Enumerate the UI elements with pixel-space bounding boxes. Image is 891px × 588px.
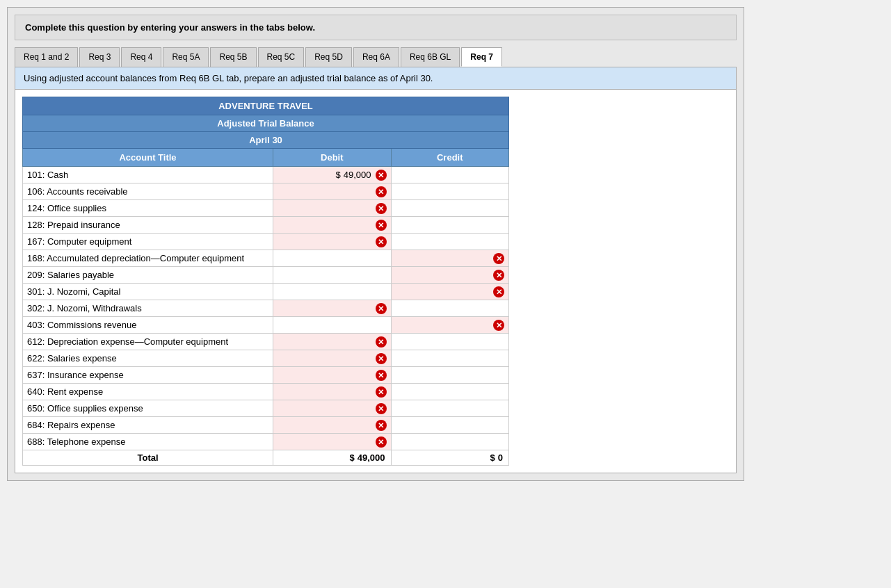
credit-cell[interactable]: ✕ <box>391 317 508 334</box>
debit-cell[interactable] <box>273 267 391 284</box>
debit-error-icon[interactable]: ✕ <box>376 370 387 381</box>
tab-req-3[interactable]: Req 3 <box>79 47 120 67</box>
total-credit-cell: $ 0 <box>391 450 508 466</box>
credit-cell[interactable] <box>391 234 508 250</box>
credit-cell[interactable]: ✕ <box>391 284 508 300</box>
tab-req-1-and-2[interactable]: Req 1 and 2 <box>15 47 78 67</box>
debit-error-icon[interactable]: ✕ <box>376 420 387 431</box>
table-row: 106: Accounts receivable✕ <box>23 183 509 200</box>
debit-cell[interactable]: ✕ <box>273 334 391 350</box>
tab-req-5a[interactable]: Req 5A <box>163 47 209 67</box>
content-area: Using adjusted account balances from Req… <box>15 67 737 473</box>
blue-instruction-text: Using adjusted account balances from Req… <box>24 73 433 83</box>
debit-error-icon[interactable]: ✕ <box>376 403 387 414</box>
debit-cell[interactable]: ✕ <box>273 217 391 234</box>
debit-error-icon[interactable]: ✕ <box>376 336 387 348</box>
credit-cell[interactable] <box>391 417 508 434</box>
debit-cell[interactable] <box>273 284 391 300</box>
table-row: 403: Commissions revenue✕ <box>23 317 509 334</box>
table-row: 101: Cash$49,000✕ <box>23 167 509 183</box>
table-row: 622: Salaries expense✕ <box>23 350 509 367</box>
credit-cell[interactable] <box>391 434 508 450</box>
debit-error-icon[interactable]: ✕ <box>376 186 387 197</box>
credit-error-icon[interactable]: ✕ <box>493 320 504 331</box>
debit-cell[interactable]: ✕ <box>273 434 391 450</box>
date-row: April 30 <box>23 132 509 149</box>
credit-cell[interactable] <box>391 350 508 367</box>
table-row: 650: Office supplies expense✕ <box>23 400 509 417</box>
debit-cell[interactable]: ✕ <box>273 367 391 384</box>
column-headers-row: Account Title Debit Credit <box>23 149 509 167</box>
credit-cell[interactable] <box>391 384 508 400</box>
debit-cell[interactable]: ✕ <box>273 417 391 434</box>
credit-cell[interactable] <box>391 400 508 417</box>
account-cell: 622: Salaries expense <box>23 350 273 367</box>
trial-balance-table: ADVENTURE TRAVEL Adjusted Trial Balance … <box>22 97 509 466</box>
tab-req-5b[interactable]: Req 5B <box>210 47 256 67</box>
tab-req-5c[interactable]: Req 5C <box>258 47 305 67</box>
subtitle-row: Adjusted Trial Balance <box>23 115 509 132</box>
credit-cell[interactable] <box>391 200 508 217</box>
table-wrapper: ADVENTURE TRAVEL Adjusted Trial Balance … <box>15 90 736 473</box>
table-body: 101: Cash$49,000✕106: Accounts receivabl… <box>23 167 509 466</box>
debit-error-icon[interactable]: ✕ <box>376 170 387 181</box>
account-cell: 688: Telephone expense <box>23 434 273 450</box>
table-row: 124: Office supplies✕ <box>23 200 509 217</box>
debit-cell[interactable]: ✕ <box>273 350 391 367</box>
table-subtitle: Adjusted Trial Balance <box>217 118 314 129</box>
total-debit-cell: $49,000 <box>273 450 391 466</box>
tab-req-4[interactable]: Req 4 <box>121 47 161 67</box>
account-cell: 301: J. Nozomi, Capital <box>23 284 273 300</box>
table-row: 612: Depreciation expense—Computer equip… <box>23 334 509 350</box>
account-cell: 637: Insurance expense <box>23 367 273 384</box>
tab-req-5d[interactable]: Req 5D <box>305 47 352 67</box>
outer-container: Complete this question by entering your … <box>7 7 744 481</box>
table-row: 640: Rent expense✕ <box>23 384 509 400</box>
credit-cell[interactable] <box>391 334 508 350</box>
table-row: 637: Insurance expense✕ <box>23 367 509 384</box>
credit-cell[interactable]: ✕ <box>391 250 508 267</box>
credit-error-icon[interactable]: ✕ <box>493 253 504 264</box>
table-row: 688: Telephone expense✕ <box>23 434 509 450</box>
credit-error-icon[interactable]: ✕ <box>493 286 504 297</box>
credit-cell[interactable] <box>391 300 508 317</box>
credit-cell[interactable] <box>391 217 508 234</box>
table-row: 128: Prepaid insurance✕ <box>23 217 509 234</box>
debit-cell[interactable]: ✕ <box>273 234 391 250</box>
credit-cell[interactable] <box>391 183 508 200</box>
company-header-row: ADVENTURE TRAVEL <box>23 97 509 115</box>
debit-cell[interactable]: $49,000✕ <box>273 167 391 183</box>
account-cell: 684: Repairs expense <box>23 417 273 434</box>
debit-error-icon[interactable]: ✕ <box>376 303 387 314</box>
account-cell: 124: Office supplies <box>23 200 273 217</box>
debit-error-icon[interactable]: ✕ <box>376 386 387 398</box>
credit-cell[interactable]: ✕ <box>391 267 508 284</box>
table-row: 167: Computer equipment✕ <box>23 234 509 250</box>
debit-error-icon[interactable]: ✕ <box>376 236 387 247</box>
tab-req-6a[interactable]: Req 6A <box>353 47 399 67</box>
debit-error-icon[interactable]: ✕ <box>376 220 387 231</box>
debit-cell[interactable]: ✕ <box>273 400 391 417</box>
debit-cell[interactable]: ✕ <box>273 384 391 400</box>
debit-cell[interactable]: ✕ <box>273 183 391 200</box>
debit-error-icon[interactable]: ✕ <box>376 203 387 214</box>
account-cell: 612: Depreciation expense—Computer equip… <box>23 334 273 350</box>
debit-error-icon[interactable]: ✕ <box>376 353 387 364</box>
debit-cell[interactable]: ✕ <box>273 300 391 317</box>
credit-cell[interactable] <box>391 367 508 384</box>
blue-instruction: Using adjusted account balances from Req… <box>15 67 736 90</box>
debit-col-header: Debit <box>273 149 391 167</box>
account-cell: 167: Computer equipment <box>23 234 273 250</box>
credit-cell[interactable] <box>391 167 508 183</box>
account-cell: 640: Rent expense <box>23 384 273 400</box>
account-cell: 209: Salaries payable <box>23 267 273 284</box>
debit-cell[interactable] <box>273 317 391 334</box>
account-col-header: Account Title <box>23 149 273 167</box>
credit-col-header: Credit <box>391 149 508 167</box>
tab-req-7[interactable]: Req 7 <box>461 47 502 67</box>
debit-error-icon[interactable]: ✕ <box>376 436 387 448</box>
debit-cell[interactable] <box>273 250 391 267</box>
tab-req-6b-gl[interactable]: Req 6B GL <box>401 47 460 67</box>
credit-error-icon[interactable]: ✕ <box>493 270 504 281</box>
debit-cell[interactable]: ✕ <box>273 200 391 217</box>
